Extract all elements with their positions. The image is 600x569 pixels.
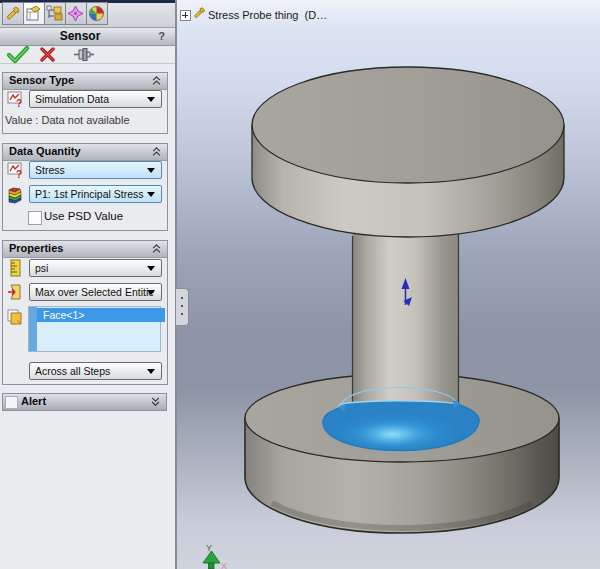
svg-text:?: ? — [16, 169, 22, 179]
svg-text:?: ? — [16, 98, 22, 108]
svg-text:X: X — [221, 561, 227, 569]
svg-text:Y: Y — [206, 543, 212, 553]
